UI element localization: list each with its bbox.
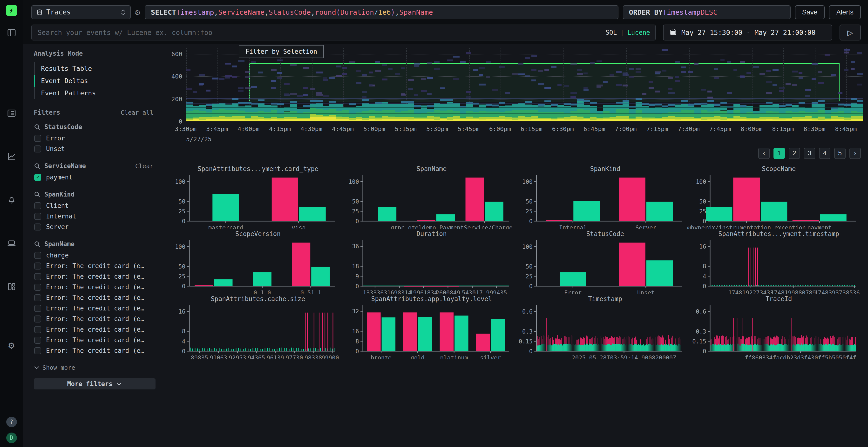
date-range-picker[interactable]: May 27 15:30:00 - May 27 21:00:00 xyxy=(663,25,832,40)
page-button-1[interactable]: 1 xyxy=(774,148,785,159)
filter-group-spanname: SpanNamechargeError: The credit card (en… xyxy=(34,240,154,356)
svg-text:ff860334facdb23d3f430ff5b5050f: ff860334facdb23d3f430ff5b5050f4f xyxy=(745,354,856,359)
svg-text:36: 36 xyxy=(352,243,359,250)
page-button-3[interactable]: 3 xyxy=(804,148,815,159)
help-button[interactable]: ? xyxy=(6,417,17,427)
clear-all-link[interactable]: Clear all xyxy=(121,109,153,116)
checkbox[interactable] xyxy=(34,284,41,291)
filter-option[interactable]: Error: The credit card (end… xyxy=(34,303,154,314)
filter-option-label: Error: The credit card (end… xyxy=(46,273,147,280)
checkbox[interactable] xyxy=(34,273,41,280)
chart-plot[interactable]: 00.150.30.6ff860334facdb23d3f430ff5b5050… xyxy=(687,303,861,359)
filter-option[interactable]: Error: The credit card (end… xyxy=(34,261,154,271)
checkbox[interactable] xyxy=(34,174,41,181)
source-selector[interactable]: Traces xyxy=(31,5,131,19)
filter-clear-link[interactable]: Clear xyxy=(135,163,153,170)
filter-option[interactable]: Error: The credit card (end… xyxy=(34,314,154,324)
chart-plot[interactable]: 081632bronzegoldplatinumsilver xyxy=(340,303,514,359)
analysis-mode-item-event-deltas[interactable]: Event Deltas xyxy=(34,75,154,87)
sql-toggle[interactable]: SQL xyxy=(606,29,617,36)
chart-plot[interactable]: 0481689835910639295394365961399773098338… xyxy=(166,303,340,359)
checkbox[interactable] xyxy=(34,252,41,259)
chart-plot[interactable]: 00.150.30.62025-05-28T03:59:14.900820000… xyxy=(514,303,687,359)
filter-option[interactable]: Error: The credit card (end… xyxy=(34,293,154,303)
sidebar-toggle-icon[interactable] xyxy=(6,28,17,38)
dashboards-icon[interactable] xyxy=(6,281,17,292)
chart-title: SpanAttributes...yment.timestamp xyxy=(702,230,856,238)
timeline-heatmap-plot[interactable] xyxy=(186,48,863,122)
filter-option[interactable]: Error xyxy=(34,133,154,143)
chart-plot[interactable]: 0918361333363169831419961834260084954301… xyxy=(340,238,514,294)
filter-option[interactable]: Unset xyxy=(34,143,154,154)
page-button-5[interactable]: 5 xyxy=(834,148,845,159)
chart-plot[interactable]: 02550100@hyperdx/instrumentation-excepti… xyxy=(687,173,861,229)
filter-option[interactable]: Client xyxy=(34,200,154,211)
checkbox[interactable] xyxy=(34,315,41,322)
checkbox[interactable] xyxy=(34,213,41,220)
page-button-4[interactable]: 4 xyxy=(819,148,830,159)
checkbox[interactable] xyxy=(34,294,41,301)
more-filters-button[interactable]: More filters xyxy=(34,378,156,389)
chart-explorer-icon[interactable] xyxy=(6,151,17,162)
chart-plot[interactable]: 0481617481922734331748199880789174839373… xyxy=(687,238,861,294)
svg-text:0: 0 xyxy=(703,348,706,355)
filter-option[interactable]: Internal xyxy=(34,211,154,221)
checkbox[interactable] xyxy=(34,305,41,312)
analysis-mode-item-results-table[interactable]: Results Table xyxy=(34,62,154,75)
svg-text:50: 50 xyxy=(526,263,533,270)
delta-chart: Timestamp00.150.30.62025-05-28T03:59:14.… xyxy=(514,294,687,359)
svg-text:0: 0 xyxy=(182,218,185,225)
next-page-button[interactable]: › xyxy=(849,148,861,159)
page-button-2[interactable]: 2 xyxy=(789,148,800,159)
svg-text:8: 8 xyxy=(182,328,185,335)
checkbox[interactable] xyxy=(34,202,41,209)
source-settings-gear-icon[interactable]: ⚙ xyxy=(135,7,140,17)
save-button[interactable]: Save xyxy=(795,5,825,19)
checkbox[interactable] xyxy=(34,347,41,354)
svg-text:Internal: Internal xyxy=(559,225,587,229)
chart-plot[interactable]: 02550100mastercardvisa xyxy=(166,173,340,229)
filter-option[interactable]: charge xyxy=(34,250,154,261)
filter-option[interactable]: payment xyxy=(34,172,154,182)
timeline-y-tick: 400 xyxy=(166,73,182,80)
select-query-input[interactable]: SELECT Timestamp,ServiceName,StatusCode,… xyxy=(145,5,618,19)
user-avatar[interactable]: D xyxy=(6,433,17,443)
settings-gear-icon[interactable]: ⚙ xyxy=(6,340,17,351)
hyperdx-logo-icon[interactable]: ⚡ xyxy=(6,5,17,16)
run-query-button[interactable]: ▷ xyxy=(840,25,861,40)
filter-option[interactable]: Server xyxy=(34,221,154,232)
svg-text:visa: visa xyxy=(292,225,306,229)
analysis-mode-item-event-patterns[interactable]: Event Patterns xyxy=(34,87,154,99)
delta-chart: SpanAttributes...yment.card_type02550100… xyxy=(166,164,340,229)
search-input[interactable] xyxy=(32,29,655,37)
chart-plot[interactable]: 02550100InternalServer xyxy=(514,173,687,229)
filter-option[interactable]: Error: The credit card (end… xyxy=(34,282,154,293)
filter-option[interactable]: Error: The credit card (end… xyxy=(34,324,154,335)
alerts-bell-icon[interactable] xyxy=(6,195,17,205)
delta-chart: SpanAttributes...yment.timestamp04816174… xyxy=(687,229,861,294)
checkbox[interactable] xyxy=(34,135,41,142)
prev-page-button[interactable]: ‹ xyxy=(758,148,770,159)
order-by-input[interactable]: ORDER BY Timestamp DESC xyxy=(623,5,790,19)
show-more-link[interactable]: Show more xyxy=(34,364,154,371)
query-token: , xyxy=(265,8,269,16)
checkbox[interactable] xyxy=(34,263,41,270)
checkbox[interactable] xyxy=(34,224,41,231)
checkbox[interactable] xyxy=(34,337,41,344)
chart-plot[interactable]: 025501000.1.00.51.1 xyxy=(166,238,340,294)
alerts-button[interactable]: Alerts xyxy=(829,5,861,19)
sessions-laptop-icon[interactable] xyxy=(6,238,17,248)
chart-plot[interactable]: 02550100grpc.oteldemo.PaymentService/Cha… xyxy=(340,173,514,229)
query-token: round xyxy=(315,8,336,16)
event-stream-icon[interactable] xyxy=(6,108,17,118)
filter-option[interactable]: Error: The credit card (end… xyxy=(34,345,154,356)
checkbox[interactable] xyxy=(34,326,41,333)
chart-title: ScopeVersion xyxy=(181,230,335,238)
filter-by-selection-tooltip[interactable]: Filter by Selection xyxy=(239,45,324,58)
filter-option[interactable]: Error: The credit card (end… xyxy=(34,271,154,282)
checkbox[interactable] xyxy=(34,145,41,152)
lucene-toggle[interactable]: Lucene xyxy=(627,29,650,36)
svg-text:0.3: 0.3 xyxy=(696,328,706,335)
chart-plot[interactable]: 02550100ErrorUnset xyxy=(514,238,687,294)
filter-option[interactable]: Error: The credit card (end… xyxy=(34,335,154,345)
